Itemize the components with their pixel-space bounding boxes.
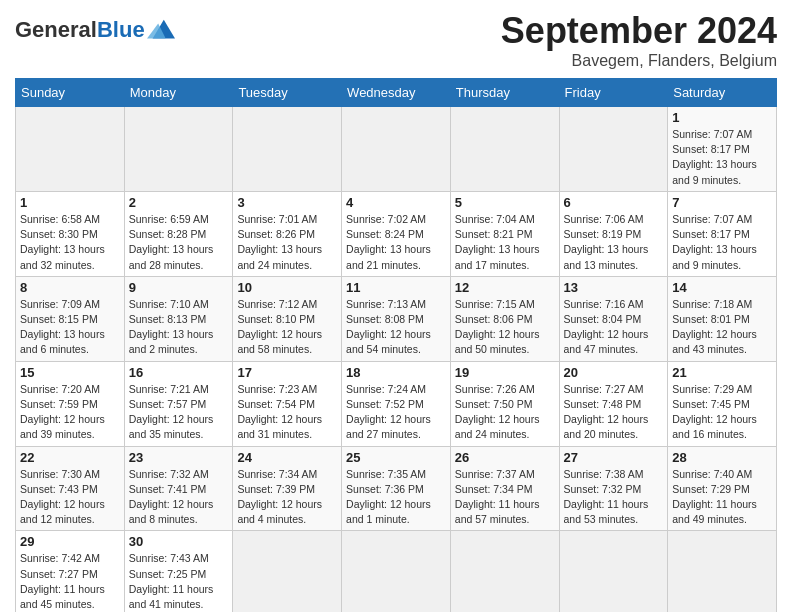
day-number: 5	[455, 195, 555, 210]
calendar-cell	[16, 107, 125, 192]
calendar-cell: 2Sunrise: 6:59 AM Sunset: 8:28 PM Daylig…	[124, 191, 233, 276]
calendar-cell	[668, 531, 777, 612]
calendar-cell	[342, 107, 451, 192]
day-detail: Sunrise: 7:06 AM Sunset: 8:19 PM Dayligh…	[564, 212, 664, 273]
logo-blue: Blue	[97, 17, 145, 42]
calendar-cell: 20Sunrise: 7:27 AM Sunset: 7:48 PM Dayli…	[559, 361, 668, 446]
day-number: 23	[129, 450, 229, 465]
calendar-cell: 29Sunrise: 7:42 AM Sunset: 7:27 PM Dayli…	[16, 531, 125, 612]
day-number: 22	[20, 450, 120, 465]
calendar-cell	[450, 531, 559, 612]
logo: GeneralBlue	[15, 16, 175, 44]
header-friday: Friday	[559, 79, 668, 107]
calendar-cell: 1Sunrise: 6:58 AM Sunset: 8:30 PM Daylig…	[16, 191, 125, 276]
calendar-cell: 25Sunrise: 7:35 AM Sunset: 7:36 PM Dayli…	[342, 446, 451, 531]
calendar-cell: 23Sunrise: 7:32 AM Sunset: 7:41 PM Dayli…	[124, 446, 233, 531]
day-detail: Sunrise: 7:43 AM Sunset: 7:25 PM Dayligh…	[129, 551, 229, 612]
day-number: 24	[237, 450, 337, 465]
calendar-cell: 21Sunrise: 7:29 AM Sunset: 7:45 PM Dayli…	[668, 361, 777, 446]
day-number: 1	[20, 195, 120, 210]
calendar-cell: 26Sunrise: 7:37 AM Sunset: 7:34 PM Dayli…	[450, 446, 559, 531]
header: GeneralBlue September 2024 Bavegem, Flan…	[15, 10, 777, 70]
day-number: 30	[129, 534, 229, 549]
day-detail: Sunrise: 7:34 AM Sunset: 7:39 PM Dayligh…	[237, 467, 337, 528]
day-detail: Sunrise: 7:37 AM Sunset: 7:34 PM Dayligh…	[455, 467, 555, 528]
day-number: 7	[672, 195, 772, 210]
day-detail: Sunrise: 7:09 AM Sunset: 8:15 PM Dayligh…	[20, 297, 120, 358]
calendar-cell: 7Sunrise: 7:07 AM Sunset: 8:17 PM Daylig…	[668, 191, 777, 276]
calendar-cell: 5Sunrise: 7:04 AM Sunset: 8:21 PM Daylig…	[450, 191, 559, 276]
day-number: 18	[346, 365, 446, 380]
header-sunday: Sunday	[16, 79, 125, 107]
calendar-cell	[342, 531, 451, 612]
header-saturday: Saturday	[668, 79, 777, 107]
calendar-week-row: 22Sunrise: 7:30 AM Sunset: 7:43 PM Dayli…	[16, 446, 777, 531]
calendar-cell: 8Sunrise: 7:09 AM Sunset: 8:15 PM Daylig…	[16, 276, 125, 361]
header-wednesday: Wednesday	[342, 79, 451, 107]
calendar-cell	[559, 531, 668, 612]
day-detail: Sunrise: 6:59 AM Sunset: 8:28 PM Dayligh…	[129, 212, 229, 273]
day-detail: Sunrise: 7:16 AM Sunset: 8:04 PM Dayligh…	[564, 297, 664, 358]
day-number: 9	[129, 280, 229, 295]
day-detail: Sunrise: 7:42 AM Sunset: 7:27 PM Dayligh…	[20, 551, 120, 612]
day-detail: Sunrise: 7:13 AM Sunset: 8:08 PM Dayligh…	[346, 297, 446, 358]
day-detail: Sunrise: 7:18 AM Sunset: 8:01 PM Dayligh…	[672, 297, 772, 358]
day-detail: Sunrise: 7:30 AM Sunset: 7:43 PM Dayligh…	[20, 467, 120, 528]
header-tuesday: Tuesday	[233, 79, 342, 107]
day-detail: Sunrise: 7:12 AM Sunset: 8:10 PM Dayligh…	[237, 297, 337, 358]
calendar-week-row: 29Sunrise: 7:42 AM Sunset: 7:27 PM Dayli…	[16, 531, 777, 612]
day-detail: Sunrise: 7:32 AM Sunset: 7:41 PM Dayligh…	[129, 467, 229, 528]
day-number: 25	[346, 450, 446, 465]
calendar-cell: 15Sunrise: 7:20 AM Sunset: 7:59 PM Dayli…	[16, 361, 125, 446]
day-detail: Sunrise: 7:10 AM Sunset: 8:13 PM Dayligh…	[129, 297, 229, 358]
day-number: 19	[455, 365, 555, 380]
calendar-cell: 1Sunrise: 7:07 AM Sunset: 8:17 PM Daylig…	[668, 107, 777, 192]
calendar-cell: 3Sunrise: 7:01 AM Sunset: 8:26 PM Daylig…	[233, 191, 342, 276]
day-detail: Sunrise: 7:15 AM Sunset: 8:06 PM Dayligh…	[455, 297, 555, 358]
calendar-cell: 11Sunrise: 7:13 AM Sunset: 8:08 PM Dayli…	[342, 276, 451, 361]
day-number: 13	[564, 280, 664, 295]
month-title: September 2024	[501, 10, 777, 52]
day-detail: Sunrise: 7:27 AM Sunset: 7:48 PM Dayligh…	[564, 382, 664, 443]
calendar-cell: 24Sunrise: 7:34 AM Sunset: 7:39 PM Dayli…	[233, 446, 342, 531]
day-detail: Sunrise: 7:38 AM Sunset: 7:32 PM Dayligh…	[564, 467, 664, 528]
day-number: 6	[564, 195, 664, 210]
day-detail: Sunrise: 7:07 AM Sunset: 8:17 PM Dayligh…	[672, 127, 772, 188]
calendar-header-row: SundayMondayTuesdayWednesdayThursdayFrid…	[16, 79, 777, 107]
calendar-cell: 12Sunrise: 7:15 AM Sunset: 8:06 PM Dayli…	[450, 276, 559, 361]
day-detail: Sunrise: 7:20 AM Sunset: 7:59 PM Dayligh…	[20, 382, 120, 443]
day-number: 3	[237, 195, 337, 210]
day-detail: Sunrise: 7:35 AM Sunset: 7:36 PM Dayligh…	[346, 467, 446, 528]
header-monday: Monday	[124, 79, 233, 107]
day-detail: Sunrise: 7:24 AM Sunset: 7:52 PM Dayligh…	[346, 382, 446, 443]
day-number: 20	[564, 365, 664, 380]
day-detail: Sunrise: 7:02 AM Sunset: 8:24 PM Dayligh…	[346, 212, 446, 273]
title-area: September 2024 Bavegem, Flanders, Belgiu…	[501, 10, 777, 70]
calendar-cell	[124, 107, 233, 192]
calendar-cell: 30Sunrise: 7:43 AM Sunset: 7:25 PM Dayli…	[124, 531, 233, 612]
day-number: 14	[672, 280, 772, 295]
calendar-cell: 13Sunrise: 7:16 AM Sunset: 8:04 PM Dayli…	[559, 276, 668, 361]
calendar-cell: 18Sunrise: 7:24 AM Sunset: 7:52 PM Dayli…	[342, 361, 451, 446]
calendar-cell	[450, 107, 559, 192]
day-detail: Sunrise: 7:26 AM Sunset: 7:50 PM Dayligh…	[455, 382, 555, 443]
calendar-cell: 9Sunrise: 7:10 AM Sunset: 8:13 PM Daylig…	[124, 276, 233, 361]
calendar-cell: 22Sunrise: 7:30 AM Sunset: 7:43 PM Dayli…	[16, 446, 125, 531]
day-detail: Sunrise: 7:23 AM Sunset: 7:54 PM Dayligh…	[237, 382, 337, 443]
day-detail: Sunrise: 7:07 AM Sunset: 8:17 PM Dayligh…	[672, 212, 772, 273]
day-number: 2	[129, 195, 229, 210]
calendar-week-row: 8Sunrise: 7:09 AM Sunset: 8:15 PM Daylig…	[16, 276, 777, 361]
day-number: 27	[564, 450, 664, 465]
calendar-cell: 16Sunrise: 7:21 AM Sunset: 7:57 PM Dayli…	[124, 361, 233, 446]
calendar-cell: 19Sunrise: 7:26 AM Sunset: 7:50 PM Dayli…	[450, 361, 559, 446]
day-detail: Sunrise: 7:40 AM Sunset: 7:29 PM Dayligh…	[672, 467, 772, 528]
logo-general: General	[15, 17, 97, 42]
day-number: 17	[237, 365, 337, 380]
day-number: 16	[129, 365, 229, 380]
day-number: 11	[346, 280, 446, 295]
day-number: 12	[455, 280, 555, 295]
header-thursday: Thursday	[450, 79, 559, 107]
day-detail: Sunrise: 6:58 AM Sunset: 8:30 PM Dayligh…	[20, 212, 120, 273]
day-number: 26	[455, 450, 555, 465]
calendar-cell: 17Sunrise: 7:23 AM Sunset: 7:54 PM Dayli…	[233, 361, 342, 446]
